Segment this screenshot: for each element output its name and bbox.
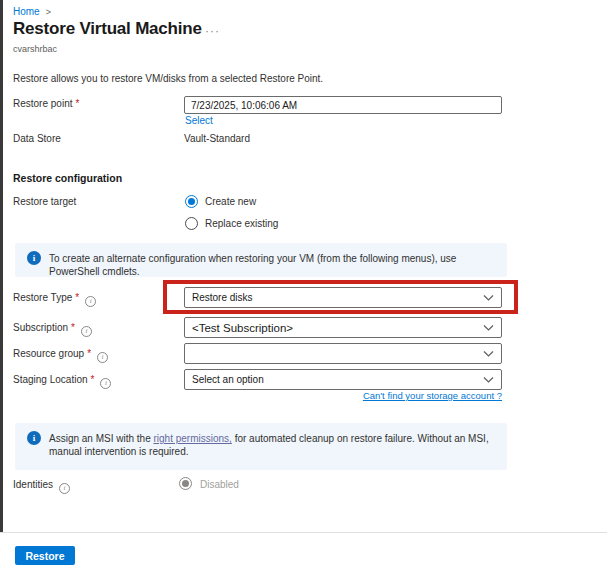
required-asterisk: * bbox=[87, 348, 91, 359]
identities-disabled-radio bbox=[179, 477, 192, 490]
staging-location-value: Select an option bbox=[192, 374, 264, 385]
chevron-down-icon bbox=[483, 376, 494, 384]
staging-location-label: Staging Location*i bbox=[13, 374, 111, 389]
select-restore-point-link[interactable]: Select bbox=[185, 115, 213, 126]
msi-info-banner: i Assign an MSI with the right permissio… bbox=[15, 423, 507, 470]
restore-configuration-heading: Restore configuration bbox=[13, 172, 122, 184]
restore-type-info-icon[interactable]: i bbox=[85, 296, 96, 307]
identities-disabled-label: Disabled bbox=[200, 479, 239, 490]
identities-info-icon[interactable]: i bbox=[59, 483, 70, 494]
subscription-label: Subscription*i bbox=[13, 322, 92, 337]
restore-type-label: Restore Type*i bbox=[13, 292, 96, 307]
required-asterisk: * bbox=[75, 98, 79, 109]
page-title: Restore Virtual Machine bbox=[13, 19, 202, 39]
right-permissions-link[interactable]: right permissions, bbox=[154, 433, 232, 444]
vm-name-subtitle: cvarshrbac bbox=[13, 44, 57, 54]
msi-text-prefix: Assign an MSI with the bbox=[49, 433, 154, 444]
restore-point-input[interactable] bbox=[184, 96, 502, 114]
identities-label-text: Identities bbox=[13, 479, 53, 490]
subscription-dropdown[interactable]: <Test Subscription> bbox=[184, 317, 502, 338]
breadcrumb-home-link[interactable]: Home bbox=[13, 6, 40, 17]
replace-existing-radio[interactable] bbox=[185, 217, 198, 230]
breadcrumb-chevron-icon: > bbox=[46, 7, 51, 17]
resource-group-label: Resource group*i bbox=[13, 348, 108, 363]
staging-location-dropdown[interactable]: Select an option bbox=[184, 369, 502, 390]
info-icon: i bbox=[27, 251, 41, 265]
restore-button[interactable]: Restore bbox=[15, 546, 75, 565]
blade-left-border bbox=[0, 0, 3, 533]
chevron-down-icon bbox=[483, 350, 494, 358]
replace-existing-radio-label[interactable]: Replace existing bbox=[205, 218, 278, 229]
msi-info-text: Assign an MSI with the right permissions… bbox=[49, 432, 495, 458]
restore-point-label: Restore point* bbox=[13, 98, 79, 109]
subscription-label-text: Subscription bbox=[13, 322, 68, 333]
info-icon: i bbox=[27, 431, 41, 445]
subscription-value: <Test Subscription> bbox=[192, 322, 293, 334]
more-options-icon[interactable]: ··· bbox=[205, 24, 220, 38]
resource-group-dropdown[interactable] bbox=[184, 343, 502, 364]
required-asterisk: * bbox=[71, 322, 75, 333]
required-asterisk: * bbox=[75, 292, 79, 303]
create-new-radio-label[interactable]: Create new bbox=[205, 196, 256, 207]
identities-label: Identitiesi bbox=[13, 479, 70, 494]
restore-target-label: Restore target bbox=[13, 196, 76, 207]
resource-group-label-text: Resource group bbox=[13, 348, 84, 359]
powershell-info-text: To create an alternate configuration whe… bbox=[49, 252, 495, 278]
required-asterisk: * bbox=[91, 374, 95, 385]
chevron-down-icon bbox=[483, 294, 494, 302]
restore-type-dropdown[interactable]: Restore disks bbox=[184, 287, 502, 308]
staging-location-label-text: Staging Location bbox=[13, 374, 88, 385]
breadcrumb: Home> bbox=[13, 6, 51, 17]
subscription-info-icon[interactable]: i bbox=[81, 326, 92, 337]
chevron-down-icon bbox=[483, 324, 494, 332]
staging-location-info-icon[interactable]: i bbox=[100, 378, 111, 389]
restore-vm-blade: Home> Restore Virtual Machine ··· cvarsh… bbox=[0, 0, 607, 574]
blade-description: Restore allows you to restore VM/disks f… bbox=[13, 73, 323, 84]
data-store-label: Data Store bbox=[13, 133, 61, 144]
restore-type-value: Restore disks bbox=[192, 292, 253, 303]
storage-account-help-link[interactable]: Can't find your storage account ? bbox=[363, 390, 502, 401]
restore-point-label-text: Restore point bbox=[13, 98, 72, 109]
powershell-info-banner: i To create an alternate configuration w… bbox=[15, 243, 507, 277]
footer-divider bbox=[0, 532, 607, 533]
data-store-value: Vault-Standard bbox=[184, 133, 250, 144]
resource-group-info-icon[interactable]: i bbox=[97, 352, 108, 363]
restore-type-label-text: Restore Type bbox=[13, 292, 72, 303]
create-new-radio[interactable] bbox=[185, 195, 198, 208]
